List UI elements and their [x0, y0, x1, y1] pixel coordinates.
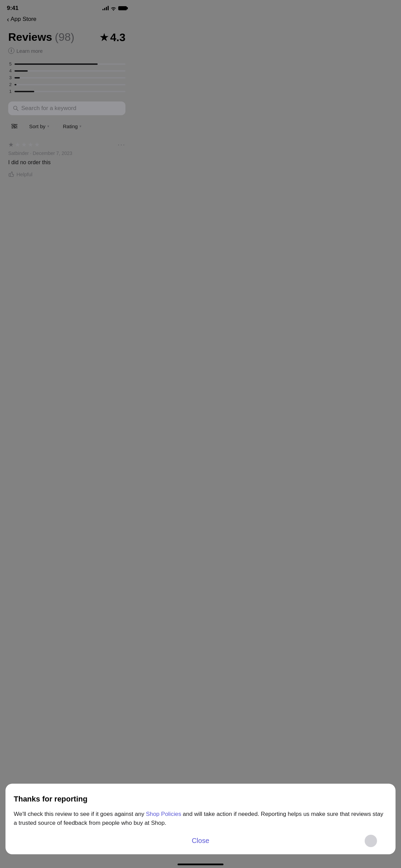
modal-overlay: Thanks for reporting We'll check this re…: [0, 0, 134, 289]
